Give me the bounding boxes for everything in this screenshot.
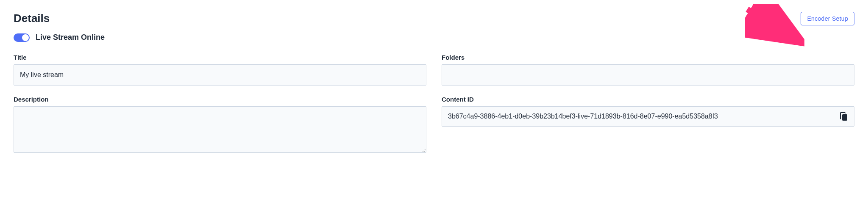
content-id-field: 3b67c4a9-3886-4eb1-d0eb-39b23b14bef3-liv… — [442, 106, 854, 127]
content-id-value: 3b67c4a9-3886-4eb1-d0eb-39b23b14bef3-liv… — [448, 113, 835, 120]
description-textarea[interactable] — [14, 106, 426, 153]
description-label: Description — [14, 96, 426, 103]
copy-icon[interactable] — [840, 112, 848, 121]
encoder-setup-button[interactable]: Encoder Setup — [801, 12, 854, 25]
folders-label: Folders — [442, 54, 854, 61]
folders-input[interactable] — [442, 64, 854, 86]
title-label: Title — [14, 54, 426, 61]
live-stream-toggle[interactable] — [14, 33, 30, 42]
page-title: Details — [14, 12, 50, 25]
title-input[interactable] — [14, 64, 426, 86]
content-id-label: Content ID — [442, 96, 854, 103]
svg-rect-2 — [842, 114, 847, 121]
live-stream-toggle-label: Live Stream Online — [36, 33, 105, 42]
toggle-knob — [22, 34, 29, 41]
